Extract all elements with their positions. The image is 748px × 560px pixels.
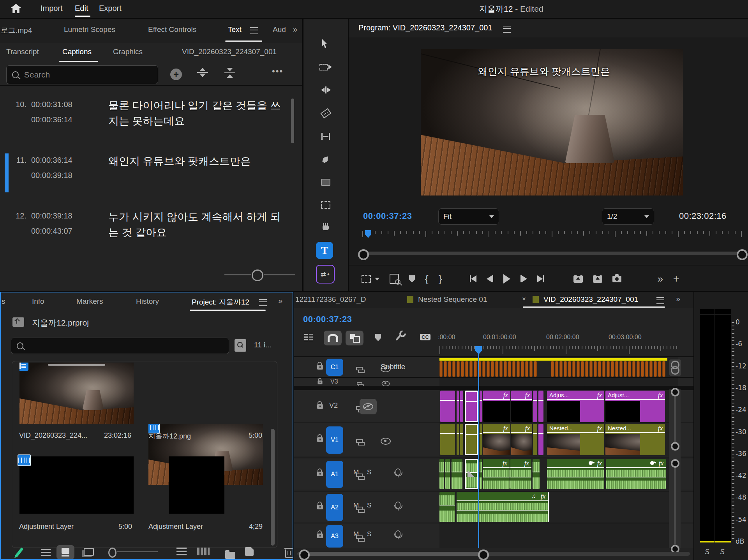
caption-text[interactable]: 왜인지 유튜브와 팟캐스트만은 <box>108 153 291 169</box>
subtab-graphics[interactable]: Graphics <box>113 48 143 56</box>
list-view-icon[interactable] <box>41 549 51 556</box>
caption-clip[interactable] <box>504 361 507 377</box>
type-tool-active[interactable]: T <box>316 242 333 259</box>
project-item-name[interactable]: 지울까12.png <box>148 431 191 441</box>
new-item-icon[interactable] <box>245 547 254 556</box>
timeline-clip[interactable]: fx <box>483 391 510 422</box>
timeline-clip[interactable]: Adjus...fx <box>547 391 604 422</box>
home-icon[interactable] <box>11 4 21 13</box>
play-icon[interactable] <box>503 274 510 284</box>
button-editor-more-icon[interactable]: » <box>657 273 663 285</box>
caption-search[interactable] <box>6 65 158 84</box>
timeline-clip[interactable]: fx <box>511 424 532 455</box>
timeline-clip[interactable]: Nested...fx <box>605 424 665 455</box>
timeline-ruler[interactable] <box>439 346 678 356</box>
caption-clip[interactable] <box>469 361 473 377</box>
timeline-menu-icon[interactable] <box>656 297 664 304</box>
add-button-icon[interactable]: + <box>673 273 679 285</box>
timeline-clip[interactable] <box>460 424 463 455</box>
track-c1-badge[interactable]: C1 <box>326 359 343 376</box>
caption-clip[interactable] <box>551 361 554 377</box>
program-title[interactable]: Program: VID_20260323_224307_001 <box>358 23 492 32</box>
caption-clip[interactable] <box>572 361 575 377</box>
caption-clip[interactable] <box>649 361 653 377</box>
caption-clip[interactable] <box>529 361 533 377</box>
caption-clip[interactable] <box>439 361 443 377</box>
timeline-clip[interactable] <box>465 424 478 455</box>
lock-icon[interactable] <box>317 365 323 370</box>
subtab-transcript[interactable]: Transcript <box>6 48 39 56</box>
caption-text[interactable]: 누가 시키지 않아도 계속해서 하게 되 는 것 같아요 <box>108 209 291 240</box>
snap-button-active[interactable] <box>324 331 342 345</box>
audio-vscroll[interactable] <box>674 465 676 545</box>
project-item-thumb-4[interactable] <box>169 456 224 514</box>
safe-margins-icon[interactable] <box>362 275 371 283</box>
mark-in-icon[interactable]: { <box>425 273 429 285</box>
extract-icon[interactable] <box>593 275 602 283</box>
a1-lane[interactable]: fxfxfxfx <box>439 458 678 490</box>
caption-clip[interactable] <box>611 361 614 377</box>
caption-clip[interactable] <box>474 361 477 377</box>
rectangle-tool[interactable] <box>318 175 333 190</box>
hscroll-handle-right[interactable] <box>478 549 489 560</box>
caption-clip[interactable] <box>585 361 588 377</box>
tab-history[interactable]: History <box>136 297 159 306</box>
project-item-thumb-1[interactable] <box>19 363 134 424</box>
caption-clip[interactable] <box>448 361 451 377</box>
split-caption-icon[interactable] <box>199 68 208 77</box>
go-to-out-icon[interactable] <box>537 275 544 282</box>
project-item-name[interactable]: Adjustment Layer <box>148 523 203 531</box>
caption-clip[interactable] <box>628 361 631 377</box>
caption-clip[interactable] <box>619 361 623 377</box>
tab-audio[interactable]: Aud <box>273 25 286 34</box>
mute-button[interactable]: M <box>353 502 359 509</box>
close-tab-icon[interactable]: × <box>522 295 526 303</box>
icon-view-button-active[interactable] <box>56 545 74 559</box>
tab-clip[interactable]: 로그.mp4 <box>1 25 32 35</box>
caption-clip[interactable] <box>577 361 580 377</box>
a2-lane[interactable]: ♫fx <box>439 491 678 523</box>
caption-clip[interactable] <box>444 361 447 377</box>
timeline-clip[interactable] <box>439 459 444 489</box>
caption-clip[interactable] <box>658 361 661 377</box>
timeline-clip[interactable] <box>465 459 478 489</box>
solo-left[interactable]: S <box>705 548 709 556</box>
add-marker-icon[interactable] <box>409 275 415 283</box>
text-panel-menu-icon[interactable] <box>250 27 258 34</box>
timeline-clip[interactable] <box>457 391 459 422</box>
timeline-clip[interactable]: fx <box>511 391 532 422</box>
track-output-icon[interactable] <box>356 439 364 445</box>
tab-lumetri-scopes[interactable]: Lumetri Scopes <box>64 25 115 34</box>
chevron-down-icon[interactable] <box>375 278 379 280</box>
tab-fragment[interactable]: s <box>2 297 5 306</box>
remix-tool[interactable]: ⇄✦ <box>316 265 335 284</box>
c1-lane[interactable] <box>439 357 678 377</box>
solo-right[interactable]: S <box>720 548 725 556</box>
solo-button[interactable]: S <box>367 468 371 476</box>
caption-clip[interactable] <box>495 361 498 377</box>
timeline-hscroll-range[interactable] <box>303 552 482 556</box>
v2-lane[interactable]: fxfxAdjus...fxAdjust...fx <box>439 390 678 423</box>
export-frame-icon[interactable] <box>612 276 621 282</box>
caption-row-12[interactable]: 12. 00:00:39:18 00:00:43:07 누가 시키지 않아도 계… <box>0 197 296 253</box>
caption-clip[interactable] <box>534 361 537 377</box>
caption-text[interactable]: 물론 다이어리나 일기 같은 것들을 쓰 지는 못하는데요 <box>108 98 291 129</box>
caption-clip[interactable] <box>559 361 563 377</box>
caption-clip[interactable] <box>624 361 627 377</box>
caption-clip[interactable] <box>637 361 640 377</box>
mute-button[interactable]: M <box>353 530 359 538</box>
voiceover-mic-icon[interactable] <box>395 468 400 475</box>
project-item-name[interactable]: Adjustment Layer <box>19 523 74 531</box>
caption-clip[interactable] <box>525 361 528 377</box>
solo-button[interactable]: S <box>367 502 371 509</box>
timeline-tab-overflow-icon[interactable]: » <box>676 294 679 303</box>
tab-info[interactable]: Info <box>32 297 44 306</box>
timeline-clip[interactable]: ♫fx <box>457 492 549 522</box>
zoom-slider-handle[interactable] <box>252 269 263 281</box>
track-select-forward-tool[interactable] <box>318 60 333 74</box>
razor-tool[interactable] <box>318 106 333 121</box>
preview-zoom-icon[interactable] <box>390 274 399 284</box>
program-scrollbar[interactable] <box>359 252 744 255</box>
program-menu-icon[interactable] <box>503 26 511 33</box>
timeline-clip[interactable] <box>480 424 482 455</box>
